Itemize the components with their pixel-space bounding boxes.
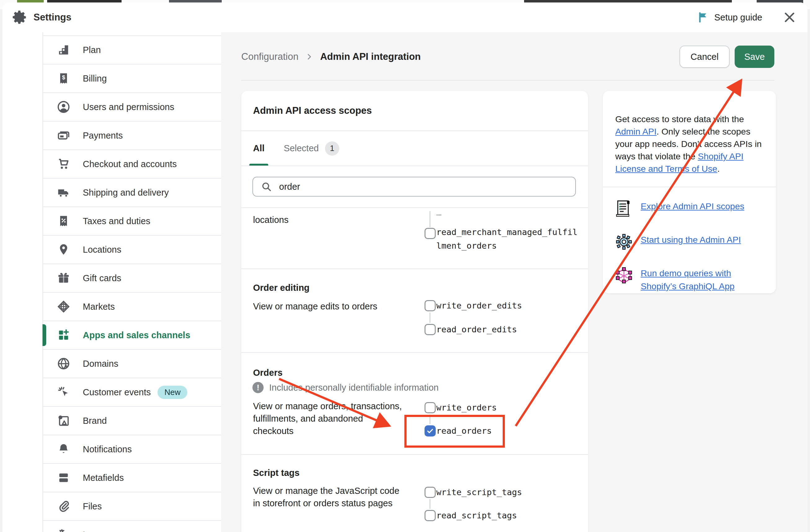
svg-text:$: $: [62, 74, 65, 81]
help-text: Get access to store data with the: [615, 114, 744, 124]
breadcrumb-current: Admin API integration: [320, 51, 421, 62]
sidebar-item-taxes-and-duties[interactable]: Taxes and duties: [43, 207, 221, 236]
help-links: Explore Admin API scopesStart using the …: [603, 187, 776, 293]
sidebar-item-domains[interactable]: Domains: [43, 350, 221, 378]
close-icon[interactable]: [783, 11, 796, 24]
settings-modal: Settings Setup guide Plan$BillingUsers a…: [2, 2, 808, 532]
new-badge: New: [158, 386, 187, 399]
help-link[interactable]: Explore Admin API scopes: [641, 200, 744, 213]
apps-icon: [57, 328, 70, 342]
page-title: Settings: [33, 12, 71, 23]
sidebar-item-payments[interactable]: Payments: [43, 121, 221, 150]
help-link[interactable]: Run demo queries with Shopify’s GraphiQL…: [641, 267, 763, 293]
scope-label: read_orders: [436, 424, 492, 438]
checkbox-write-script-tags[interactable]: [424, 487, 436, 498]
checkbox-read-orders[interactable]: [424, 425, 436, 436]
sidebar-item-customer-events[interactable]: Customer eventsNew: [43, 378, 221, 407]
admin-api-link[interactable]: Admin API: [615, 127, 657, 136]
section-orders: Orders ! Includes personally identifiabl…: [241, 352, 588, 454]
section-fulfillment-partial: locations _ read_merchant_managed_fulfil…: [241, 208, 588, 268]
tab-all[interactable]: All: [253, 131, 264, 166]
sidebar-item-label: Brand: [83, 416, 107, 426]
gear-icon: [12, 9, 28, 26]
help-link-row: Run demo queries with Shopify’s GraphiQL…: [615, 267, 763, 293]
sidebar-item-metafields[interactable]: Metafields: [43, 464, 221, 492]
checkbox-connector: [430, 415, 431, 424]
languages-icon: [57, 528, 70, 532]
checkbox-read-script-tags[interactable]: [424, 510, 436, 521]
billing-icon: $: [57, 72, 70, 85]
cart-icon: [57, 157, 70, 171]
sidebar-item-brand[interactable]: Brand: [43, 407, 221, 435]
save-button[interactable]: Save: [735, 46, 774, 68]
brand-icon: [57, 414, 70, 428]
metafields-icon: [57, 471, 70, 485]
section-heading: Script tags: [253, 468, 299, 478]
bell-icon: [57, 443, 70, 456]
sidebar-item-label: Languages: [83, 530, 127, 532]
section-desc-fragment: locations: [253, 214, 402, 226]
checkbox-connector: [430, 499, 431, 509]
sidebar-item-languages[interactable]: Languages: [43, 521, 221, 532]
sidebar-item-label: Checkout and accounts: [83, 159, 177, 169]
card-title: Admin API access scopes: [241, 91, 588, 131]
modal-header: Settings Setup guide: [2, 2, 808, 33]
help-panel: Get access to store data with the Admin …: [603, 91, 776, 293]
toolbar-divider: [241, 80, 774, 81]
sidebar-item-users-and-permissions[interactable]: Users and permissions: [43, 93, 221, 121]
markets-icon: [57, 300, 70, 313]
pii-note-text: Includes personally identifiable informa…: [269, 383, 438, 393]
admin-api-access-scopes-card: Admin API access scopes All Selected 1: [241, 91, 588, 532]
sidebar-item-label: Metafields: [83, 473, 124, 483]
search-icon: [261, 181, 272, 192]
section-heading: Orders: [253, 368, 282, 378]
checkbox-read-merchant-managed-fulfillment-orders[interactable]: [424, 228, 436, 239]
scope-search-input[interactable]: [278, 181, 575, 192]
scopes-list: locations _ read_merchant_managed_fulfil…: [241, 208, 588, 532]
sidebar-item-label: Domains: [83, 359, 118, 369]
gear-pixel-icon: [615, 233, 633, 250]
scopes-tabs: All Selected 1: [241, 131, 588, 166]
paperclip-icon: [57, 499, 70, 513]
sidebar-item-checkout-and-accounts[interactable]: Checkout and accounts: [43, 150, 221, 179]
help-text: .: [717, 164, 720, 173]
checkbox-connector: [430, 211, 431, 227]
cancel-button[interactable]: Cancel: [679, 46, 730, 68]
events-icon: [57, 385, 70, 399]
checkbox-write-orders[interactable]: [424, 402, 436, 413]
section-desc: View or manage edits to orders: [253, 300, 402, 313]
checkbox-read-order-edits[interactable]: [424, 324, 436, 335]
checkbox-write-order-edits[interactable]: [424, 300, 436, 311]
scope-search-box: [253, 177, 576, 197]
sidebar-item-locations[interactable]: Locations: [43, 236, 221, 264]
truck-icon: [57, 186, 70, 199]
sidebar-item-markets[interactable]: Markets: [43, 293, 221, 321]
scope-label: write_order_edits: [436, 299, 522, 313]
section-desc: View or manage the JavaScript code in st…: [253, 485, 408, 509]
breadcrumb-configuration[interactable]: Configuration: [241, 51, 298, 62]
section-order-editing: Order editing View or manage edits to or…: [241, 268, 588, 352]
sidebar-item-notifications[interactable]: Notifications: [43, 435, 221, 464]
check-icon: [426, 427, 434, 435]
sidebar-item-billing[interactable]: $Billing: [43, 65, 221, 93]
setup-guide-button[interactable]: Setup guide: [697, 12, 762, 23]
tab-selected-label: Selected: [284, 143, 319, 153]
pii-note: ! Includes personally identifiable infor…: [253, 382, 438, 393]
sidebar-item-files[interactable]: Files: [43, 492, 221, 521]
main-area: Configuration Admin API integration Canc…: [221, 32, 808, 532]
users-icon: [57, 100, 70, 114]
tab-selected[interactable]: Selected 1: [284, 131, 339, 166]
sidebar-item-label: Customer events: [83, 387, 151, 397]
chevron-right-icon: [305, 53, 313, 61]
scope-label: read_order_edits: [436, 323, 517, 336]
help-link[interactable]: Start using the Admin API: [641, 233, 741, 246]
sidebar-item-apps-and-sales-channels[interactable]: Apps and sales channels: [43, 321, 221, 350]
sidebar-item-label: Payments: [83, 131, 123, 141]
sidebar-item-plan[interactable]: Plan: [43, 35, 221, 65]
sidebar-item-shipping-and-delivery[interactable]: Shipping and delivery: [43, 179, 221, 207]
sidebar-item-gift-cards[interactable]: Gift cards: [43, 264, 221, 293]
sidebar-item-label: Files: [83, 501, 102, 512]
sidebar-item-label: Locations: [83, 245, 121, 255]
scope-label: write_orders: [436, 401, 497, 415]
setup-guide-label: Setup guide: [714, 12, 762, 23]
